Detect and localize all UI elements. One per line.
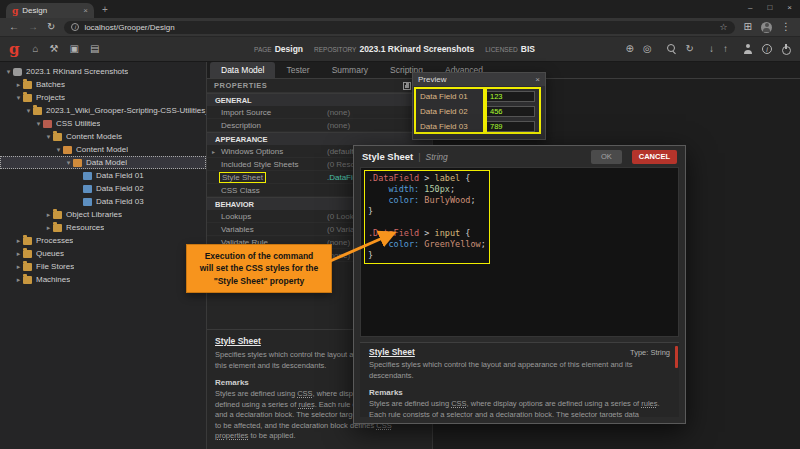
record-icon[interactable]: ◎ xyxy=(643,44,652,54)
address-bar[interactable]: i localhost/Grooper/Design ☆ xyxy=(64,21,734,34)
tree-item-content-model[interactable]: ▾Content Model xyxy=(0,143,206,156)
browser-tab[interactable]: g Design × xyxy=(6,3,94,18)
chevron-down-icon[interactable]: ▾ xyxy=(34,120,43,128)
chevron-right-icon[interactable]: ▸ xyxy=(44,224,53,232)
chevron-down-icon[interactable]: ▾ xyxy=(14,94,23,102)
preview-close-icon[interactable]: × xyxy=(535,75,540,84)
reload-icon[interactable]: ↻ xyxy=(47,22,55,32)
grooper-favicon-icon: g xyxy=(12,6,18,16)
chevron-right-icon[interactable]: ▸ xyxy=(14,81,23,89)
tree-item-data-field-01[interactable]: Data Field 01 xyxy=(0,169,206,182)
property-label: ▸Windows Options xyxy=(207,147,327,156)
help-link[interactable]: CSS xyxy=(297,389,312,398)
ok-button[interactable]: OK xyxy=(591,150,622,164)
info-icon[interactable]: i xyxy=(762,44,772,54)
extensions-icon[interactable]: ⊞ xyxy=(744,22,752,32)
app-header: g ⌂ ⚒ ▣ ▤ PAGE Design REPOSITORY 2023.1 … xyxy=(0,37,800,62)
code-line: } xyxy=(368,206,671,217)
property-label: Import Source xyxy=(207,108,327,117)
add-icon[interactable]: ⊕ xyxy=(625,44,633,54)
chevron-down-icon[interactable]: ▾ xyxy=(4,68,13,76)
home-icon[interactable]: ⌂ xyxy=(33,44,39,54)
tree-item-css-utilities[interactable]: ▾CSS Utilities xyxy=(0,117,206,130)
property-row-description[interactable]: Description(none) xyxy=(207,119,432,132)
tree-item-batches[interactable]: ▸Batches xyxy=(0,78,206,91)
search-icon[interactable] xyxy=(667,44,677,54)
grooper-logo[interactable]: g xyxy=(9,42,20,57)
tree-item-data-field-02[interactable]: Data Field 02 xyxy=(0,182,206,195)
folder-icon xyxy=(23,263,32,271)
code-token: > xyxy=(419,173,434,183)
save-icon[interactable] xyxy=(403,82,411,90)
user-icon[interactable] xyxy=(743,44,753,54)
forward-icon[interactable]: → xyxy=(28,22,38,32)
tree-item-data-model[interactable]: ▾Data Model xyxy=(0,156,206,169)
browser-menu-icon[interactable]: ⋮ xyxy=(781,22,791,32)
preview-title-bar[interactable]: Preview × xyxy=(413,73,545,86)
chevron-right-icon[interactable]: ▸ xyxy=(14,250,23,258)
tree-item-2023-1-wiki-grooper-scripting-css-utilities-projects[interactable]: ▾2023.1_Wiki_Grooper-Scripting-CSS-Utili… xyxy=(0,104,206,117)
chevron-down-icon[interactable]: ▾ xyxy=(64,159,73,167)
code-line: } xyxy=(368,250,671,261)
window-close-button[interactable]: × xyxy=(787,3,792,12)
upload-icon[interactable]: ↑ xyxy=(723,44,728,54)
tree-item-object-libraries[interactable]: ▸Object Libraries xyxy=(0,208,206,221)
code-token: > xyxy=(419,228,434,238)
tree-item-data-field-03[interactable]: Data Field 03 xyxy=(0,195,206,208)
code-token: color: xyxy=(388,195,419,205)
scrollbar-thumb[interactable] xyxy=(675,346,678,368)
chevron-down-icon[interactable]: ▾ xyxy=(24,107,33,115)
window-minimize-button[interactable]: – xyxy=(748,3,752,12)
chevron-down-icon[interactable]: ▾ xyxy=(54,146,63,154)
tree-item-2023-1-rkinard-screenshots[interactable]: ▾2023.1 RKinard Screenshots xyxy=(0,65,206,78)
help-link[interactable]: rules xyxy=(298,400,314,409)
tab-close-icon[interactable]: × xyxy=(83,6,88,15)
help-link[interactable]: rules xyxy=(641,399,657,408)
tab-data-model[interactable]: Data Model xyxy=(210,62,275,78)
property-row-import-source[interactable]: Import Source(none) xyxy=(207,106,432,119)
tools-icon[interactable]: ⚒ xyxy=(50,44,59,54)
tab-summary[interactable]: Summary xyxy=(321,62,379,78)
preview-field-input[interactable]: 456 xyxy=(486,106,535,117)
tree-item-machines[interactable]: ▸Machines xyxy=(0,273,206,286)
new-tab-button[interactable]: + xyxy=(102,4,108,15)
refresh-icon[interactable]: ↻ xyxy=(686,44,694,54)
code-token xyxy=(368,239,388,249)
chevron-right-icon[interactable]: ▸ xyxy=(14,276,23,284)
preview-field-input[interactable]: 123 xyxy=(486,91,535,102)
back-icon[interactable]: ← xyxy=(9,22,19,32)
tree-item-queues[interactable]: ▸Queues xyxy=(0,247,206,260)
preview-field-data-field-02: Data Field 02456 xyxy=(417,104,541,119)
cancel-button[interactable]: CANCEL xyxy=(632,150,677,164)
layers-icon[interactable]: ▣ xyxy=(70,44,79,54)
tree-item-projects[interactable]: ▾Projects xyxy=(0,91,206,104)
chevron-right-icon[interactable]: ▸ xyxy=(14,263,23,271)
chevron-right-icon[interactable]: ▸ xyxy=(44,211,53,219)
tree-item-content-models[interactable]: ▾Content Models xyxy=(0,130,206,143)
chevron-right-icon[interactable]: ▸ xyxy=(14,237,23,245)
code-token: ; xyxy=(481,239,486,249)
panel-icon[interactable]: ▤ xyxy=(90,44,99,54)
tree-item-resources[interactable]: ▸Resources xyxy=(0,221,206,234)
database-icon xyxy=(13,68,22,76)
tree-item-label: Queues xyxy=(36,249,64,258)
help-text: to be applied. xyxy=(248,431,295,440)
help-text: Styles are defined using xyxy=(369,399,451,408)
tab-tester[interactable]: Tester xyxy=(275,62,320,78)
bookmark-star-icon[interactable]: ☆ xyxy=(720,22,728,32)
profile-avatar[interactable] xyxy=(761,22,772,33)
preview-fields: Data Field 01123Data Field 02456Data Fie… xyxy=(417,89,541,134)
code-editor[interactable]: .DataField > label { width: 150px; color… xyxy=(360,167,679,337)
site-info-icon[interactable]: i xyxy=(71,23,79,31)
help-link[interactable]: CSS xyxy=(451,399,466,408)
tree-item-file-stores[interactable]: ▸File Stores xyxy=(0,260,206,273)
preview-field-input[interactable]: 789 xyxy=(486,121,535,132)
download-icon[interactable]: ↓ xyxy=(709,44,714,54)
window-maximize-button[interactable]: □ xyxy=(767,3,772,12)
tree-item-processes[interactable]: ▸Processes xyxy=(0,234,206,247)
property-label-text: Windows Options xyxy=(221,147,283,156)
folder-icon xyxy=(53,133,62,141)
chevron-down-icon[interactable]: ▾ xyxy=(44,133,53,141)
chevron-right-icon[interactable]: ▸ xyxy=(212,148,221,155)
power-icon[interactable] xyxy=(781,44,791,54)
